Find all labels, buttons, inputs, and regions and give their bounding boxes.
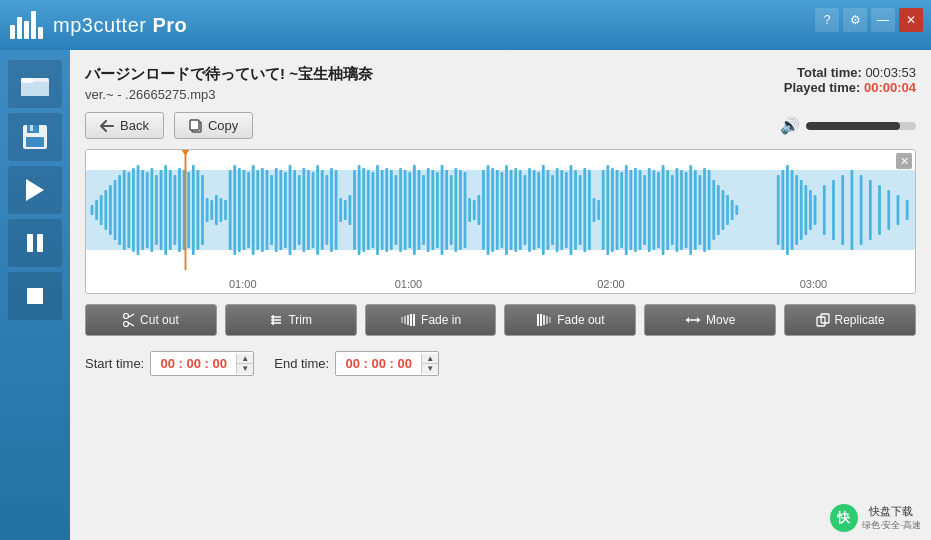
svg-rect-146 [694,170,697,250]
svg-rect-38 [197,170,200,250]
svg-rect-80 [390,170,393,250]
svg-rect-168 [851,170,854,250]
svg-rect-8 [27,234,33,252]
fadeout-button[interactable]: Fade out [504,304,636,336]
move-button[interactable]: Move [644,304,776,336]
svg-rect-124 [593,198,596,222]
svg-rect-174 [906,200,909,220]
svg-rect-160 [795,175,798,245]
move-icon [685,314,701,326]
help-button[interactable]: ? [815,8,839,32]
svg-rect-133 [634,168,637,252]
svg-rect-161 [800,180,803,240]
svg-rect-12 [190,120,199,130]
svg-rect-170 [869,180,872,240]
svg-rect-90 [436,172,439,248]
start-time-down[interactable]: ▼ [237,364,253,374]
volume-bar-track[interactable] [806,122,916,130]
start-time-up[interactable]: ▲ [237,354,253,364]
settings-button[interactable]: ⚙ [843,8,867,32]
back-icon [100,120,114,132]
svg-rect-123 [588,170,591,250]
fadein-button[interactable]: Fade in [365,304,497,336]
svg-rect-169 [860,175,863,245]
svg-rect-85 [413,165,416,255]
svg-rect-55 [275,168,278,252]
save-button[interactable] [8,113,62,161]
watermark-line2: 绿色·安全·高速 [862,519,921,532]
end-time-group: End time: 00 : 00 : 00 ▲ ▼ [274,351,439,376]
svg-rect-148 [703,168,706,252]
svg-marker-197 [697,317,700,323]
end-time-down[interactable]: ▼ [422,364,438,374]
end-time-input[interactable]: 00 : 00 : 00 ▲ ▼ [335,351,439,376]
svg-rect-154 [731,200,734,220]
time-info: Total time: 00:03:53 Played time: 00:00:… [784,65,916,95]
svg-rect-142 [676,168,679,252]
replicate-button[interactable]: Replicate [784,304,916,336]
svg-rect-132 [629,170,632,250]
stop-button[interactable] [8,272,62,320]
pause-icon [24,232,46,254]
svg-rect-186 [404,316,406,324]
back-button[interactable]: Back [85,112,164,139]
svg-rect-23 [127,172,130,248]
svg-rect-69 [339,198,342,222]
svg-rect-162 [804,185,807,235]
played-time-value: 00:00:04 [864,80,916,95]
svg-rect-149 [708,170,711,250]
svg-rect-157 [781,170,784,250]
open-file-button[interactable] [8,60,62,108]
cutout-icon [123,313,135,327]
svg-rect-99 [477,195,480,225]
svg-rect-117 [560,170,563,250]
svg-rect-18 [104,190,107,230]
timeline-2min: 02:00 [597,278,625,290]
close-button[interactable]: ✕ [899,8,923,32]
svg-rect-147 [699,175,702,245]
svg-rect-16 [95,200,98,220]
svg-rect-74 [362,168,365,252]
logo-bars-icon [10,11,43,39]
copy-button[interactable]: Copy [174,112,253,139]
logo-bar-2 [17,17,22,39]
svg-rect-19 [109,185,112,235]
waveform-close-button[interactable]: ✕ [896,153,912,169]
start-time-spinner[interactable]: ▲ ▼ [236,354,253,374]
svg-rect-48 [243,170,246,250]
svg-rect-44 [224,200,227,220]
svg-rect-63 [312,172,315,248]
svg-rect-70 [344,200,347,220]
trim-button[interactable]: Trim [225,304,357,336]
svg-rect-64 [316,165,319,255]
top-buttons-row: Back Copy 🔊 [85,112,916,139]
svg-rect-15 [91,205,94,215]
cutout-button[interactable]: Cut out [85,304,217,336]
svg-rect-109 [524,175,527,245]
start-time-value: 00 : 00 : 00 [151,352,236,375]
window-controls: ? ⚙ — ✕ [815,8,923,32]
svg-rect-22 [123,170,126,250]
minimize-button[interactable]: — [871,8,895,32]
logo-bar-5 [38,27,43,39]
svg-rect-138 [657,172,660,248]
pause-button[interactable] [8,219,62,267]
svg-rect-135 [643,175,646,245]
end-time-spinner[interactable]: ▲ ▼ [421,354,438,374]
svg-rect-25 [137,165,140,255]
svg-rect-56 [279,170,282,250]
svg-rect-156 [777,175,780,245]
svg-rect-72 [353,170,356,250]
waveform-area: ✕ [85,149,916,294]
svg-rect-185 [401,317,403,323]
watermark-line1: 快盘下载 [862,504,921,518]
svg-rect-82 [399,168,402,252]
start-time-input[interactable]: 00 : 00 : 00 ▲ ▼ [150,351,254,376]
svg-rect-130 [620,172,623,248]
svg-rect-84 [408,172,411,248]
time-controls-row: Start time: 00 : 00 : 00 ▲ ▼ End time: 0… [85,346,916,381]
end-time-up[interactable]: ▲ [422,354,438,364]
play-button[interactable] [8,166,62,214]
svg-rect-193 [546,316,548,324]
svg-rect-143 [680,170,683,250]
